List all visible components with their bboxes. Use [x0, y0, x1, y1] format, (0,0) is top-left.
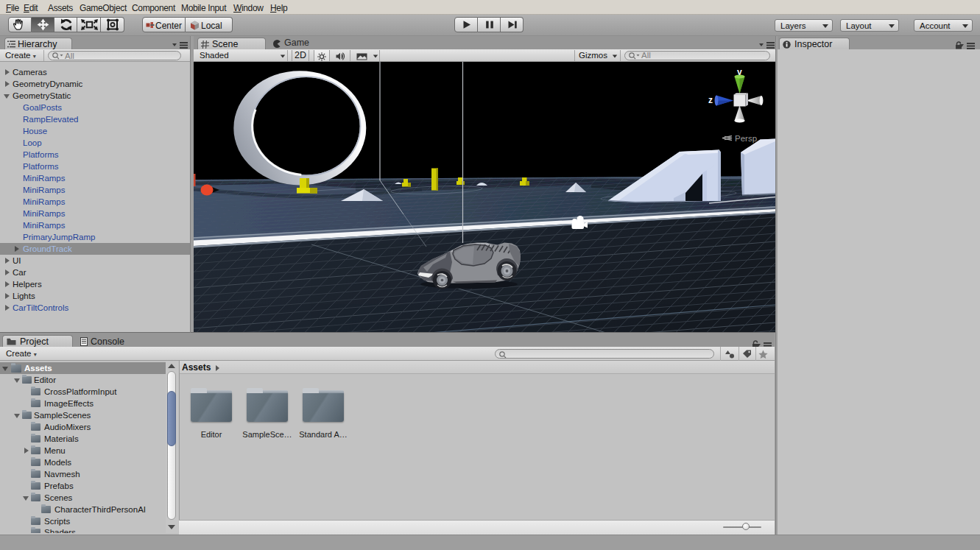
svg-text:z: z	[708, 95, 713, 105]
svg-text:Persp: Persp	[735, 134, 757, 143]
